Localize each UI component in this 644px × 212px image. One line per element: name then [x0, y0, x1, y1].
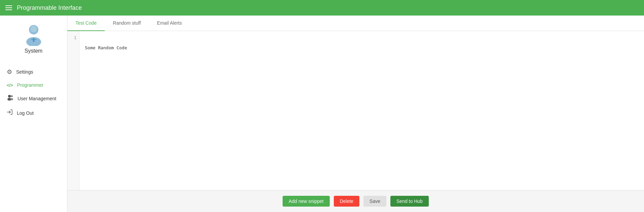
sidebar-item-logout[interactable]: Log Out: [0, 106, 67, 120]
line-numbers: 1: [67, 31, 79, 190]
tab-bar: Test Code Random stuff Email Alerts: [67, 16, 644, 31]
users-icon: [7, 95, 13, 102]
sidebar-nav: Settings </> Programmer User Management: [0, 65, 67, 120]
sidebar-label-settings: Settings: [16, 69, 33, 75]
sidebar-item-programmer[interactable]: </> Programmer: [0, 79, 67, 91]
gear-icon: [7, 68, 12, 76]
add-snippet-button[interactable]: Add new snippet: [283, 196, 330, 207]
tab-test-code[interactable]: Test Code: [67, 16, 105, 31]
hamburger-menu[interactable]: [5, 5, 12, 10]
sidebar: System Settings </> Programmer: [0, 16, 67, 212]
tab-email-alerts[interactable]: Email Alerts: [149, 16, 190, 31]
logout-icon: [7, 109, 13, 117]
sidebar-item-settings[interactable]: Settings: [0, 65, 67, 79]
line-number-1: 1: [70, 35, 76, 40]
main-content: Test Code Random stuff Email Alerts 1 So…: [67, 16, 644, 212]
code-editor[interactable]: 1 Some Random Code: [67, 31, 644, 190]
sidebar-item-user-management[interactable]: User Management: [0, 91, 67, 106]
sidebar-label-user-management: User Management: [18, 96, 56, 101]
send-to-hub-button[interactable]: Send to Hub: [390, 196, 429, 207]
sidebar-label-logout: Log Out: [17, 110, 34, 116]
app-title: Programmable Interface: [17, 4, 82, 11]
avatar-container: System: [22, 22, 45, 54]
avatar: [22, 22, 45, 46]
code-icon: </>: [7, 83, 13, 88]
svg-point-1: [30, 26, 37, 32]
svg-point-7: [10, 98, 13, 100]
save-button[interactable]: Save: [363, 196, 386, 207]
code-content[interactable]: Some Random Code: [79, 31, 644, 190]
svg-point-6: [11, 95, 13, 97]
username-label: System: [25, 48, 42, 54]
tab-random-stuff[interactable]: Random stuff: [105, 16, 149, 31]
code-line-1: Some Random Code: [85, 45, 639, 50]
action-bar: Add new snippet Delete Save Send to Hub: [67, 190, 644, 212]
sidebar-label-programmer: Programmer: [17, 82, 43, 88]
topbar: Programmable Interface: [0, 0, 644, 16]
svg-point-4: [8, 95, 11, 98]
delete-button[interactable]: Delete: [334, 196, 359, 207]
